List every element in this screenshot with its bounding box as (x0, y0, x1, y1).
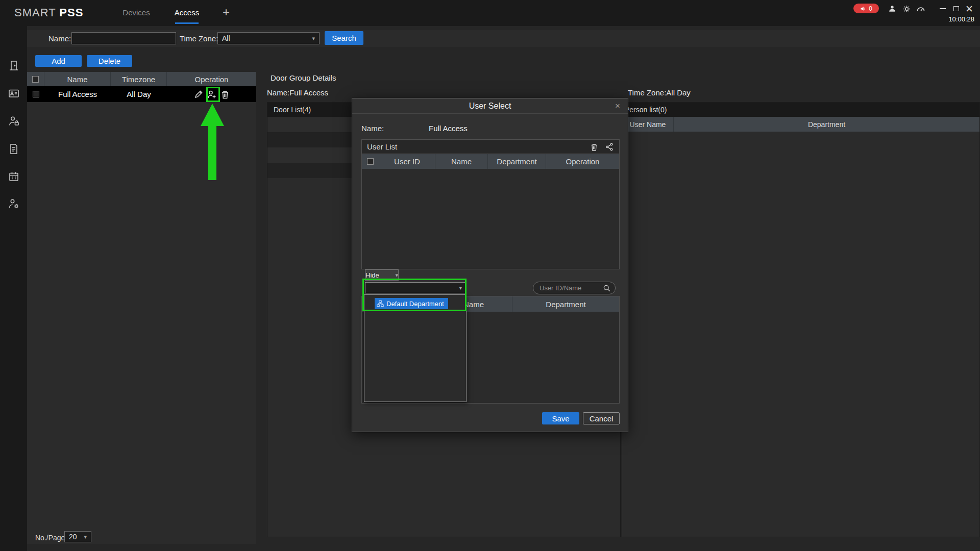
header-timezone: Timezone (111, 72, 167, 86)
header-user-name: User Name (622, 117, 674, 132)
app-window: SMART PSS Devices Access + 0 ✕ 10:00:28 … (0, 0, 980, 551)
details-timezone: Time Zone:All Day (628, 88, 691, 97)
person-list-panel: Person list(0) User Name Department (622, 102, 980, 537)
department-dropdown[interactable]: ▾ (365, 282, 465, 293)
module-sidebar (0, 26, 27, 551)
cancel-button-label: Cancel (590, 414, 614, 423)
details-timezone-label: Time Zone: (628, 88, 666, 97)
person-table-header: User Name Department (622, 117, 979, 132)
hide-button[interactable]: Hide▾ (365, 269, 399, 281)
org-tree-icon (377, 300, 384, 307)
delete-trash-icon[interactable] (590, 142, 599, 152)
details-title: Door Group Details (271, 73, 336, 82)
user-search-input[interactable] (540, 284, 603, 292)
select-all-cell (27, 72, 44, 86)
close-icon: ✕ (965, 3, 973, 15)
department-option-label: Default Department (386, 300, 444, 308)
new-tab-button[interactable]: + (219, 4, 233, 20)
timezone-select[interactable]: All▾ (217, 32, 320, 44)
tab-devices[interactable]: Devices (118, 0, 155, 24)
cancel-button[interactable]: Cancel (583, 412, 620, 424)
save-button[interactable]: Save (542, 412, 579, 424)
person-lock-icon[interactable] (8, 115, 20, 127)
select-all-cell (362, 154, 379, 169)
tab-access[interactable]: Access (174, 0, 200, 24)
tab-devices-label: Devices (122, 8, 150, 17)
user-list-table: User List User ID Name Department Operat… (361, 139, 620, 269)
title-bar: SMART PSS Devices Access + 0 ✕ 10:00:28 (0, 0, 980, 26)
search-button-label: Search (332, 34, 356, 42)
page-size-value: 20 (69, 533, 77, 541)
close-button[interactable]: ✕ (965, 4, 974, 13)
row-name: Full Access (44, 86, 111, 102)
share-export-icon[interactable] (605, 142, 614, 152)
group-table-header: Name Timezone Operation (27, 72, 256, 86)
search-button[interactable]: Search (325, 31, 363, 45)
notification-count: 0 (869, 5, 872, 12)
header-department: Department (512, 296, 619, 312)
user-search-field[interactable] (533, 282, 616, 294)
clock: 10:00:28 (948, 15, 974, 23)
pager-label: No./Page (35, 532, 65, 543)
hide-button-label: Hide (365, 271, 379, 279)
user-list-bar: User List (362, 140, 619, 154)
details-name-label: Name: (267, 88, 289, 97)
chevron-down-icon: ▾ (395, 272, 398, 279)
add-button[interactable]: Add (35, 55, 82, 67)
maximize-button[interactable] (951, 4, 961, 13)
select-all-checkbox[interactable] (32, 76, 39, 83)
close-icon: × (615, 101, 620, 111)
header-department: Department (674, 117, 979, 132)
details-name: Name:Full Access (267, 88, 328, 97)
header-name: Name (44, 72, 111, 86)
save-button-label: Save (552, 414, 569, 423)
table-row[interactable]: Full Access All Day (27, 86, 256, 102)
timezone-filter-label: Time Zone: (180, 33, 218, 45)
person-settings-icon[interactable] (8, 197, 20, 210)
calendar-icon[interactable] (8, 170, 20, 183)
select-all-checkbox[interactable] (367, 158, 374, 165)
row-operation-cell (167, 86, 256, 102)
delete-button-label: Delete (99, 57, 120, 65)
row-checkbox[interactable] (33, 91, 39, 97)
tab-access-label: Access (175, 8, 199, 17)
row-checkbox-cell (27, 86, 44, 102)
minimize-icon (940, 8, 946, 9)
department-option-selected[interactable]: Default Department (375, 298, 448, 309)
alarm-notification-badge[interactable]: 0 (853, 4, 879, 13)
logo-pss: PSS (59, 6, 83, 19)
id-card-icon[interactable] (8, 87, 20, 99)
performance-gauge-icon[interactable] (916, 4, 925, 13)
settings-gear-icon[interactable] (902, 4, 911, 13)
user-select-dialog: User Select × Name: Full Access User Lis… (352, 98, 628, 432)
user-list-label: User List (367, 142, 397, 151)
header-user-id: User ID (379, 154, 435, 169)
search-icon[interactable] (603, 284, 611, 292)
name-filter-input[interactable] (71, 32, 176, 44)
chevron-down-icon: ▾ (459, 285, 462, 291)
timezone-select-value: All (222, 34, 230, 42)
dialog-title: User Select (469, 102, 511, 111)
delete-trash-icon[interactable] (220, 89, 230, 99)
logo-smart: SMART (14, 6, 56, 19)
add-button-label: Add (52, 57, 65, 65)
edit-icon[interactable] (193, 89, 204, 99)
active-tab-underline (175, 22, 199, 24)
department-dropdown-list: Default Department (364, 294, 467, 402)
add-person-icon[interactable] (207, 89, 217, 99)
door-console-icon[interactable] (8, 59, 20, 71)
dialog-close-button[interactable]: × (612, 101, 623, 111)
page-size-select[interactable]: 20▾ (64, 531, 91, 542)
person-list-title: Person list(0) (622, 103, 979, 117)
header-operation: Operation (167, 72, 256, 86)
dialog-titlebar: User Select (352, 98, 628, 114)
user-account-icon[interactable] (888, 4, 897, 13)
log-report-icon[interactable] (8, 143, 20, 155)
dialog-name-value: Full Access (429, 124, 468, 133)
header-name: Name (435, 154, 488, 169)
header-department: Department (488, 154, 546, 169)
speaker-icon (860, 6, 866, 12)
delete-button[interactable]: Delete (87, 55, 132, 67)
maximize-icon (953, 6, 959, 11)
minimize-button[interactable] (938, 4, 947, 13)
